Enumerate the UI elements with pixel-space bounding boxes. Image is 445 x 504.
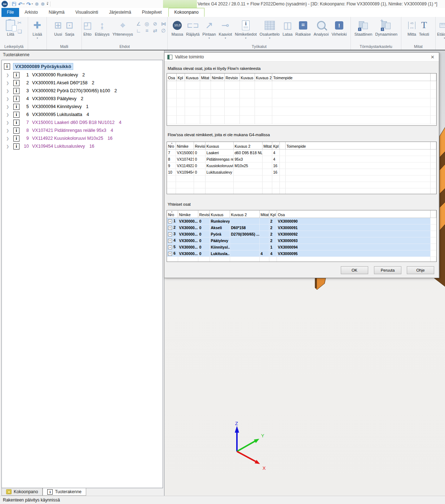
table-row-selected[interactable]: +2VX30000...0AkseliD60*1582VX3000091 (167, 224, 436, 231)
column-header[interactable]: Kuvaus (210, 210, 230, 218)
dialog-titlebar[interactable]: Valitse toiminto ✕ (164, 53, 439, 62)
measure-button[interactable]: 45↔ Mitta (406, 18, 418, 37)
cut-button[interactable]: ✂ (17, 20, 22, 25)
tree-item[interactable]: ❯ i 3 VX3000092 Pyörä D270(/300/65) b100… (2, 87, 163, 95)
common-parts-table[interactable]: ∧Nro Nimike Revisio Kuvaus Kuvaus 2 Mita… (167, 210, 437, 262)
column-header[interactable]: Mitat (262, 142, 272, 150)
tree-item[interactable]: ❯ i 2 VX3000091 Akseli D60*158 2 (2, 79, 163, 87)
angle-constraint-icon[interactable]: ∠ (135, 21, 143, 28)
column-header[interactable]: Kpl (272, 142, 279, 150)
table-row-selected[interactable]: +4VX30000...0Päätylevy2VX3000093 (167, 237, 436, 244)
solve-button[interactable]: = Ratkaise (294, 18, 312, 37)
column-header[interactable]: Kuvaus (239, 73, 255, 81)
static-collision-button[interactable]: ! Staattinen (353, 18, 374, 37)
chevron-right-icon[interactable]: ❯ (6, 144, 11, 148)
dynamic-collision-button[interactable]: ✛! Dynaaminen (374, 18, 399, 37)
undo-icon[interactable]: ↶ (18, 1, 23, 7)
redo-dropdown-icon[interactable]: ▾ (32, 3, 33, 5)
chevron-right-icon[interactable]: ❯ (6, 129, 11, 133)
error-log-button[interactable]: ! Virheloki (330, 18, 348, 37)
database-settings-icon[interactable]: ☸ (35, 1, 39, 7)
table-row[interactable]: 8VX1074210Pidätinrengas reiälle95x34 (167, 156, 436, 162)
window-settings-icon[interactable]: ☸ (41, 1, 45, 7)
condition-button[interactable]: ◰ Ehto (81, 18, 93, 37)
chevron-right-icon[interactable]: ❯ (6, 97, 11, 101)
table-row-selected[interactable]: +3VX30000...0PyöräD270(/300/65) ...2VX30… (167, 231, 436, 237)
tree-item[interactable]: ❯ i 7 VX150001 Laakeri d60 D95 B18 NU101… (2, 119, 163, 126)
tree-item[interactable]: ❯ i 9 VX114922 Kuusiokoloruuvi M10x25 16 (2, 134, 163, 142)
ok-button[interactable]: OK (341, 266, 368, 274)
expand-icon[interactable]: + (168, 232, 172, 236)
tree-item[interactable]: ❯ i 4 VX3000093 Päätylevy 2 (2, 95, 163, 103)
column-header[interactable]: ∧Nro (167, 210, 178, 218)
tab-visualisointi[interactable]: Visualisointi (70, 8, 103, 17)
column-header[interactable]: Toimenpide (285, 142, 431, 150)
column-header[interactable]: Mitat (200, 73, 211, 81)
chevron-right-icon[interactable]: ❯ (6, 113, 11, 117)
tangent-constraint-icon[interactable]: ⊘ (151, 21, 159, 28)
customize-toolbar-icon[interactable]: ▾ (47, 2, 48, 6)
tab-kokoonpano[interactable]: Kokoonpano (168, 8, 204, 17)
tree-item[interactable]: ❯ i 8 VX107421 Pidätinrengas reiälle 95x… (2, 126, 163, 134)
column-header[interactable]: Nimike (178, 210, 198, 218)
column-header[interactable]: Nimike (176, 142, 194, 150)
chevron-right-icon[interactable]: ❯ (6, 89, 11, 93)
mass-button[interactable]: 10,0 Massa (170, 18, 185, 37)
series-button[interactable]: ⊡ Sarja (63, 18, 76, 37)
column-header[interactable]: Kuvaus (185, 73, 200, 81)
app-logo[interactable]: G4 (1, 1, 8, 7)
table-row[interactable]: 7VX1500010Laakerid60 D95 B18 NU10124 (167, 150, 436, 156)
new-button[interactable]: ⊞ Uusi (53, 18, 63, 37)
chevron-right-icon[interactable]: ❯ (6, 73, 11, 77)
close-icon[interactable]: ✕ (429, 54, 436, 60)
column-header[interactable]: Revisio (194, 142, 205, 150)
tree-item[interactable]: ❯ i 5 VX3000094 Kiinnityslevy 1 (2, 103, 163, 111)
tab-arkisto[interactable]: Arkisto (19, 8, 43, 17)
column-header[interactable]: ∧Nro (167, 142, 176, 150)
item-info-button[interactable]: i Nimiketiedot ▾ (233, 18, 258, 40)
table-row-selected[interactable]: +5VX30000...0Kiinnitysl...1VX3000094 (167, 244, 436, 250)
undo-dropdown-icon[interactable]: ▾ (23, 3, 25, 5)
table-row-selected[interactable]: +1VX30000...0Runkolevy2VX3000090 (167, 218, 436, 224)
column-header[interactable]: Kuvaus 2 (230, 210, 259, 218)
expand-icon[interactable]: + (168, 252, 172, 256)
equal-distance-constraint-icon[interactable]: ⇄ (151, 28, 159, 35)
expand-icon[interactable]: + (168, 226, 172, 230)
column-header[interactable]: Revisio (198, 210, 210, 218)
parallel-constraint-icon[interactable]: ≡ (143, 28, 151, 35)
tree-item[interactable]: ❯ i 10 VX109454 Lukitusaluslevy 16 (2, 142, 163, 150)
redo-icon[interactable]: ↷ (26, 1, 31, 7)
congruence-button[interactable]: ⌖ Yhtenevyys (111, 18, 135, 37)
chevron-right-icon[interactable]: ❯ (6, 81, 11, 85)
parts-list-button[interactable]: Osaluettelo ▾ (258, 18, 281, 40)
distance-condition-button[interactable]: ↨ Etäisyys (93, 18, 111, 37)
tab-nakyma[interactable]: Näkymä (43, 8, 70, 17)
help-button[interactable]: Ohje (407, 266, 434, 274)
column-header[interactable]: Mitat (259, 210, 269, 218)
to-surface-button[interactable]: ↗ Pintaan ▾ (201, 18, 217, 40)
tab-jarjestelma[interactable]: Järjestelmä (103, 8, 136, 17)
tree-root-label[interactable]: VX3000089 Pyöräyksikkö (13, 63, 73, 70)
tree-item[interactable]: ❯ i 6 VX3000095 Lukituslaatta 4 (2, 111, 163, 119)
load-button[interactable]: ◫ Lataa (281, 18, 294, 37)
chevron-right-icon[interactable]: ❯ (6, 137, 11, 141)
chevron-right-icon[interactable]: ❯ (6, 121, 11, 125)
column-header[interactable]: Osa (167, 73, 176, 81)
fix-constraint-icon[interactable]: ∅ (159, 28, 168, 35)
column-header[interactable]: Kpl (269, 210, 277, 218)
add-button[interactable]: ✚ Lisää ▾ (31, 18, 43, 40)
table-row-selected[interactable]: +6VX30000...0Lukitusla...44VX3000095 (167, 250, 436, 257)
paste-button[interactable]: Liitä (4, 18, 17, 37)
diagrams-button[interactable]: ⊸ Kaaviot ▾ (217, 18, 234, 40)
explode-button[interactable]: ⊏⊐ Räjäytä (185, 18, 201, 37)
column-header[interactable]: Kpl (176, 73, 185, 81)
column-header[interactable]: Osa (277, 210, 431, 218)
column-header[interactable]: Kuvaus (205, 142, 233, 150)
expand-icon[interactable]: + (168, 219, 172, 223)
symmetry-constraint-icon[interactable]: ⋈ (159, 21, 168, 28)
tab-pistepilvet[interactable]: Pistepilvet (137, 8, 167, 17)
column-header[interactable]: Revisio (224, 73, 239, 81)
column-header[interactable]: Kuvaus 2 (233, 142, 262, 150)
chevron-right-icon[interactable]: ❯ (6, 105, 11, 109)
expand-icon[interactable]: + (168, 245, 172, 249)
